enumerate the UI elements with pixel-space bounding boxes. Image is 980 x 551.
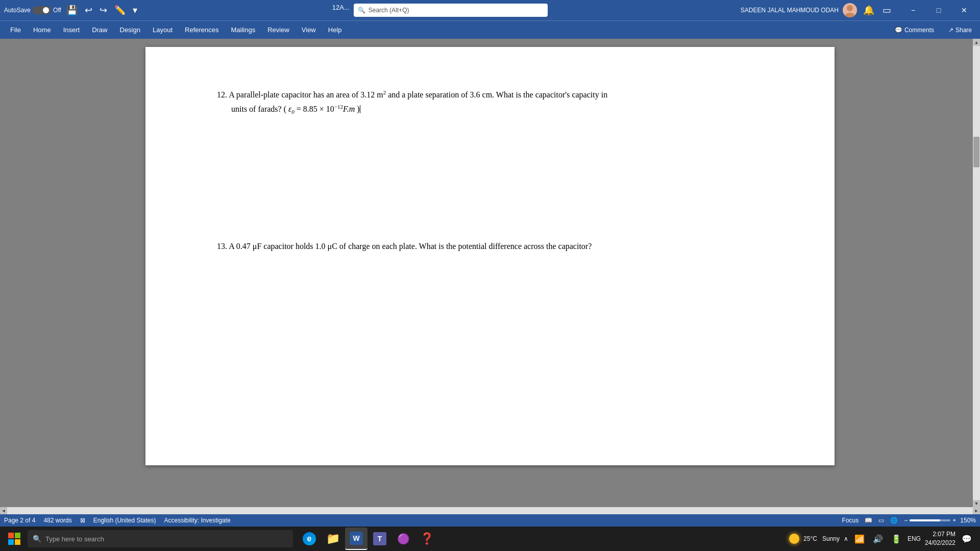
scroll-left-button[interactable]: ◄ (0, 507, 7, 514)
notification-center-icon[interactable]: 💬 (960, 533, 974, 545)
minimize-button[interactable]: − (901, 0, 925, 20)
start-button[interactable] (2, 527, 27, 551)
zoom-minus[interactable]: − (904, 517, 908, 524)
avatar (843, 3, 857, 17)
taskbar-apps: e 📁 W T 🟣 ❓ (298, 528, 438, 550)
save-icon[interactable]: 💾 (64, 4, 80, 17)
horizontal-scrollbar[interactable]: ◄ ► (0, 507, 980, 514)
share-button[interactable]: ↗ Share (944, 24, 976, 36)
menu-bar: File Home Insert Draw Design Layout Refe… (0, 20, 980, 39)
zoom-plus[interactable]: + (952, 517, 956, 524)
menu-references[interactable]: References (179, 23, 225, 37)
q13-text: A 0.47 μF capacitor holds 1.0 μC of char… (229, 242, 592, 251)
window-controls: − □ ✕ (901, 0, 976, 20)
doc-title: 12A... (332, 4, 350, 17)
share-icon: ↗ (948, 27, 953, 34)
autosave-area: AutoSave Off (4, 6, 61, 14)
notification-icon[interactable]: 🔔 (861, 4, 876, 17)
h-scroll-track[interactable] (7, 507, 973, 514)
battery-icon[interactable]: 🔋 (889, 533, 903, 545)
menu-file[interactable]: File (4, 23, 27, 37)
scroll-thumb[interactable] (973, 137, 979, 167)
expand-icon[interactable]: ∧ (844, 535, 848, 542)
help-icon: ❓ (420, 532, 434, 545)
menu-draw[interactable]: Draw (86, 23, 113, 37)
question-12: 12. A parallel-plate capacitor has an ar… (217, 88, 763, 117)
maximize-button[interactable]: □ (927, 0, 950, 20)
status-right: Focus 📖 ▭ 🌐 − + 150% (842, 517, 976, 524)
vertical-scrollbar[interactable]: ▲ ▼ (973, 39, 980, 507)
weather-temp: 25°C (803, 535, 817, 542)
edge-icon: e (303, 532, 316, 545)
scroll-right-button[interactable]: ► (973, 507, 980, 514)
wifi-icon[interactable]: 📶 (852, 533, 867, 545)
menu-right-area: 💬 Comments ↗ Share (891, 24, 976, 36)
redo-icon[interactable]: ↪ (97, 4, 109, 17)
accessibility: Accessibility: Investigate (164, 517, 231, 524)
scroll-down-button[interactable]: ▼ (973, 500, 980, 507)
menu-layout[interactable]: Layout (146, 23, 179, 37)
volume-icon[interactable]: 🔊 (871, 533, 885, 545)
q12-content: 12. A parallel-plate capacitor has an ar… (217, 88, 763, 117)
page-info: Page 2 of 4 (4, 517, 35, 524)
text-cursor (360, 105, 360, 113)
svg-point-0 (847, 5, 853, 11)
search-box[interactable]: 🔍 Search (Alt+Q) (354, 4, 548, 17)
menu-review[interactable]: Review (261, 23, 296, 37)
user-name: SADEEN JALAL MAHMOUD ODAH (741, 7, 839, 14)
weather-sun-icon (789, 534, 799, 544)
title-bar-left: AutoSave Off 💾 ↩ ↪ ✏️ ▾ (4, 4, 139, 17)
comments-label: Comments (904, 27, 934, 34)
web-layout-icon[interactable]: 🌐 (890, 517, 898, 524)
comments-icon: 💬 (895, 27, 902, 34)
zoom-percent: 150% (960, 517, 976, 524)
autosave-toggle[interactable] (33, 6, 51, 14)
more-icon[interactable]: ▾ (131, 4, 139, 17)
search-icon: 🔍 (358, 7, 365, 14)
weather-desc: Sunny (822, 535, 840, 542)
print-layout-icon[interactable]: ▭ (878, 517, 884, 524)
q13-number: 13. (217, 242, 229, 251)
q12-text: A parallel-plate capacitor has an area o… (229, 90, 383, 99)
ribbon-icon[interactable]: ▭ (880, 4, 893, 17)
taskbar-word[interactable]: W (345, 528, 368, 550)
menu-mailings[interactable]: Mailings (225, 23, 262, 37)
scroll-up-button[interactable]: ▲ (973, 39, 980, 46)
taskbar: 🔍 Type here to search e 📁 W T 🟣 ❓ 25°C S… (0, 527, 980, 551)
time-display: 2:07 PM (925, 530, 955, 539)
pen-icon[interactable]: ✏️ (112, 4, 128, 17)
menu-help[interactable]: Help (322, 23, 348, 37)
menu-insert[interactable]: Insert (57, 23, 86, 37)
taskbar-search-box[interactable]: 🔍 Type here to search (28, 530, 293, 547)
menu-home[interactable]: Home (27, 23, 57, 37)
menu-design[interactable]: Design (114, 23, 146, 37)
q12-number: 12. (217, 90, 229, 99)
read-mode-icon[interactable]: 📖 (865, 517, 872, 524)
zoom-control[interactable]: − + 150% (904, 517, 976, 524)
scroll-track[interactable] (973, 46, 980, 500)
word-icon: W (350, 532, 363, 545)
close-button[interactable]: ✕ (952, 0, 976, 20)
focus-label[interactable]: Focus (842, 517, 859, 524)
taskbar-explorer[interactable]: 📁 (322, 528, 344, 550)
undo-icon[interactable]: ↩ (83, 4, 94, 17)
zoom-slider[interactable] (910, 519, 950, 521)
teams-icon: T (373, 532, 386, 545)
weather-info: 25°C Sunny (803, 535, 840, 542)
menu-view[interactable]: View (296, 23, 322, 37)
svg-point-1 (845, 13, 855, 17)
autosave-state: Off (53, 7, 61, 14)
taskbar-edge[interactable]: e (298, 528, 321, 550)
title-bar: AutoSave Off 💾 ↩ ↪ ✏️ ▾ 12A... 🔍 Search … (0, 0, 980, 20)
windows-logo (8, 533, 20, 545)
word-page[interactable]: 12. A parallel-plate capacitor has an ar… (145, 47, 835, 465)
taskbar-app5[interactable]: 🟣 (392, 528, 414, 550)
clock[interactable]: 2:07 PM 24/02/2022 (925, 530, 955, 547)
comments-button[interactable]: 💬 Comments (891, 24, 938, 36)
taskbar-teams[interactable]: T (369, 528, 391, 550)
purple-app-icon: 🟣 (397, 533, 410, 545)
share-label: Share (955, 27, 972, 34)
autosave-label: AutoSave (4, 7, 31, 14)
taskbar-help[interactable]: ❓ (415, 528, 438, 550)
language: English (United States) (93, 517, 156, 524)
